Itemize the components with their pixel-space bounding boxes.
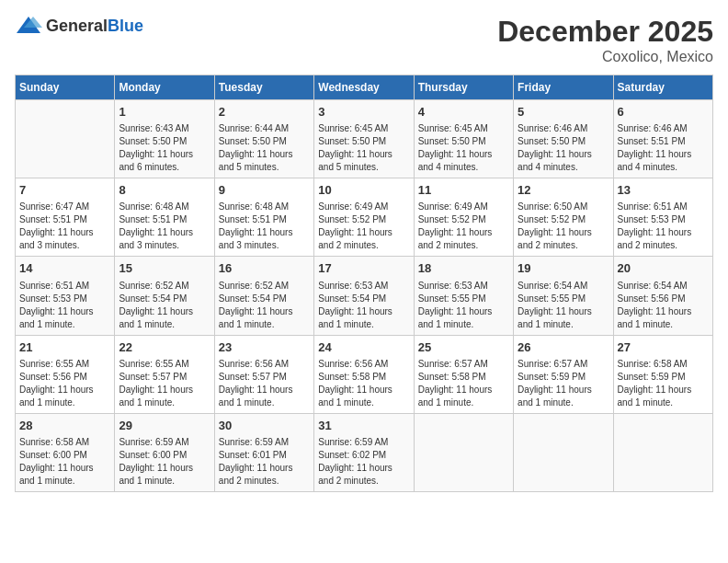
day-cell: 27Sunrise: 6:58 AM Sunset: 5:59 PM Dayli… [613,335,712,413]
header-cell-wednesday: Wednesday [314,75,414,100]
header-cell-saturday: Saturday [613,75,712,100]
day-info: Sunrise: 6:58 AM Sunset: 6:00 PM Dayligh… [19,436,110,488]
day-cell: 6Sunrise: 6:46 AM Sunset: 5:51 PM Daylig… [613,100,712,178]
header-cell-tuesday: Tuesday [214,75,313,100]
day-cell: 18Sunrise: 6:53 AM Sunset: 5:55 PM Dayli… [414,257,513,335]
header-cell-sunday: Sunday [16,75,115,100]
day-cell: 4Sunrise: 6:45 AM Sunset: 5:50 PM Daylig… [414,100,513,178]
day-number: 8 [119,182,210,199]
day-info: Sunrise: 6:48 AM Sunset: 5:51 PM Dayligh… [219,201,310,252]
logo-blue: Blue [108,17,143,35]
day-cell: 28Sunrise: 6:58 AM Sunset: 6:00 PM Dayli… [16,413,115,491]
location-title: Coxolico, Mexico [497,49,713,65]
day-cell: 12Sunrise: 6:50 AM Sunset: 5:52 PM Dayli… [514,178,613,257]
day-number: 17 [318,260,409,277]
day-cell: 2Sunrise: 6:44 AM Sunset: 5:50 PM Daylig… [214,100,313,178]
day-number: 1 [119,104,210,121]
day-info: Sunrise: 6:54 AM Sunset: 5:55 PM Dayligh… [518,280,609,331]
day-number: 12 [518,182,609,199]
week-row-4: 21Sunrise: 6:55 AM Sunset: 5:56 PM Dayli… [16,335,713,413]
day-number: 22 [119,339,210,356]
day-info: Sunrise: 6:49 AM Sunset: 5:52 PM Dayligh… [318,201,409,252]
day-number: 7 [19,182,110,199]
day-cell: 9Sunrise: 6:48 AM Sunset: 5:51 PM Daylig… [214,178,313,257]
day-info: Sunrise: 6:56 AM Sunset: 5:57 PM Dayligh… [219,358,310,409]
day-number: 23 [219,339,310,356]
day-number: 26 [518,339,609,356]
day-info: Sunrise: 6:53 AM Sunset: 5:54 PM Dayligh… [318,280,409,331]
day-info: Sunrise: 6:53 AM Sunset: 5:55 PM Dayligh… [418,280,509,331]
day-cell: 11Sunrise: 6:49 AM Sunset: 5:52 PM Dayli… [414,178,513,257]
day-info: Sunrise: 6:59 AM Sunset: 6:01 PM Dayligh… [219,436,310,488]
day-cell: 20Sunrise: 6:54 AM Sunset: 5:56 PM Dayli… [613,257,712,335]
day-info: Sunrise: 6:59 AM Sunset: 6:00 PM Dayligh… [119,436,210,488]
day-number: 13 [618,182,709,199]
week-row-5: 28Sunrise: 6:58 AM Sunset: 6:00 PM Dayli… [16,413,713,491]
day-cell [514,413,613,491]
title-area: December 2025 Coxolico, Mexico [497,15,713,65]
day-number: 30 [219,418,310,434]
day-info: Sunrise: 6:47 AM Sunset: 5:51 PM Dayligh… [19,201,110,252]
day-cell: 1Sunrise: 6:43 AM Sunset: 5:50 PM Daylig… [115,100,214,178]
day-info: Sunrise: 6:56 AM Sunset: 5:58 PM Dayligh… [318,358,409,409]
day-number: 10 [318,182,409,199]
day-number: 6 [618,104,709,121]
day-number: 15 [119,260,210,277]
day-info: Sunrise: 6:46 AM Sunset: 5:51 PM Dayligh… [618,122,709,174]
day-info: Sunrise: 6:55 AM Sunset: 5:56 PM Dayligh… [19,358,110,409]
day-info: Sunrise: 6:49 AM Sunset: 5:52 PM Dayligh… [418,201,509,252]
header: GeneralBlue December 2025 Coxolico, Mexi… [15,15,713,65]
calendar-table: SundayMondayTuesdayWednesdayThursdayFrid… [15,75,713,492]
day-cell: 25Sunrise: 6:57 AM Sunset: 5:58 PM Dayli… [414,335,513,413]
day-number: 11 [418,182,509,199]
header-row: SundayMondayTuesdayWednesdayThursdayFrid… [16,75,713,100]
logo: GeneralBlue [15,15,143,37]
day-cell: 7Sunrise: 6:47 AM Sunset: 5:51 PM Daylig… [16,178,115,257]
day-info: Sunrise: 6:54 AM Sunset: 5:56 PM Dayligh… [618,280,709,331]
day-cell: 26Sunrise: 6:57 AM Sunset: 5:59 PM Dayli… [514,335,613,413]
day-info: Sunrise: 6:46 AM Sunset: 5:50 PM Dayligh… [518,122,609,174]
logo-icon [15,15,42,37]
day-cell: 14Sunrise: 6:51 AM Sunset: 5:53 PM Dayli… [16,257,115,335]
day-cell [16,100,115,178]
day-cell: 3Sunrise: 6:45 AM Sunset: 5:50 PM Daylig… [314,100,414,178]
day-cell: 13Sunrise: 6:51 AM Sunset: 5:53 PM Dayli… [613,178,712,257]
day-info: Sunrise: 6:44 AM Sunset: 5:50 PM Dayligh… [219,122,310,174]
day-info: Sunrise: 6:51 AM Sunset: 5:53 PM Dayligh… [19,280,110,331]
day-info: Sunrise: 6:55 AM Sunset: 5:57 PM Dayligh… [119,358,210,409]
day-number: 31 [318,418,409,434]
day-number: 20 [618,260,709,277]
day-info: Sunrise: 6:45 AM Sunset: 5:50 PM Dayligh… [318,122,409,174]
day-info: Sunrise: 6:52 AM Sunset: 5:54 PM Dayligh… [219,280,310,331]
day-cell: 24Sunrise: 6:56 AM Sunset: 5:58 PM Dayli… [314,335,414,413]
day-number: 19 [518,260,609,277]
header-cell-friday: Friday [514,75,613,100]
day-cell: 29Sunrise: 6:59 AM Sunset: 6:00 PM Dayli… [115,413,214,491]
day-info: Sunrise: 6:57 AM Sunset: 5:58 PM Dayligh… [418,358,509,409]
day-number: 9 [219,182,310,199]
day-info: Sunrise: 6:50 AM Sunset: 5:52 PM Dayligh… [518,201,609,252]
day-number: 24 [318,339,409,356]
day-number: 3 [318,104,409,121]
day-cell: 8Sunrise: 6:48 AM Sunset: 5:51 PM Daylig… [115,178,214,257]
day-number: 2 [219,104,310,121]
day-number: 21 [19,339,110,356]
day-number: 29 [119,418,210,434]
day-cell: 23Sunrise: 6:56 AM Sunset: 5:57 PM Dayli… [214,335,313,413]
month-title: December 2025 [497,15,713,49]
day-cell: 17Sunrise: 6:53 AM Sunset: 5:54 PM Dayli… [314,257,414,335]
logo-general: General [46,17,108,35]
day-cell [613,413,712,491]
day-info: Sunrise: 6:45 AM Sunset: 5:50 PM Dayligh… [418,122,509,174]
day-number: 27 [618,339,709,356]
day-info: Sunrise: 6:59 AM Sunset: 6:02 PM Dayligh… [318,436,409,488]
day-cell: 5Sunrise: 6:46 AM Sunset: 5:50 PM Daylig… [514,100,613,178]
day-info: Sunrise: 6:58 AM Sunset: 5:59 PM Dayligh… [618,358,709,409]
day-info: Sunrise: 6:48 AM Sunset: 5:51 PM Dayligh… [119,201,210,252]
day-cell: 21Sunrise: 6:55 AM Sunset: 5:56 PM Dayli… [16,335,115,413]
header-cell-monday: Monday [115,75,214,100]
day-info: Sunrise: 6:43 AM Sunset: 5:50 PM Dayligh… [119,122,210,174]
day-number: 4 [418,104,509,121]
week-row-1: 1Sunrise: 6:43 AM Sunset: 5:50 PM Daylig… [16,100,713,178]
day-cell: 15Sunrise: 6:52 AM Sunset: 5:54 PM Dayli… [115,257,214,335]
